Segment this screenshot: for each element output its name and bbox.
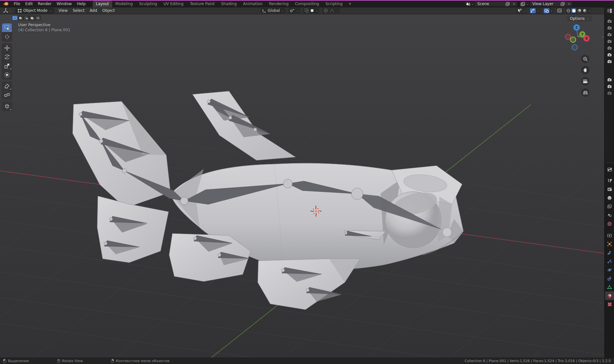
options-button[interactable]: Options ⌄ [567, 16, 592, 21]
tab-compositing[interactable]: Compositing [292, 1, 322, 7]
tool-scale[interactable] [2, 61, 12, 70]
tab-shading[interactable]: Shading [218, 1, 240, 7]
shading-material-icon[interactable] [577, 8, 581, 13]
editor-type-dropdown[interactable]: ⌄ [1, 8, 13, 13]
tool-rotate[interactable] [2, 52, 12, 61]
camera-icon[interactable] [607, 90, 612, 96]
new-scene-icon[interactable] [504, 2, 511, 6]
chevron-down-icon[interactable]: ⌄ [551, 9, 553, 12]
camera-icon[interactable] [607, 51, 612, 58]
tab-data[interactable] [605, 283, 614, 291]
tool-measure[interactable] [2, 91, 12, 99]
tool-select-box[interactable] [2, 23, 12, 32]
menu-file[interactable]: File [11, 1, 23, 7]
tab-texture-paint[interactable]: Texture Paint [187, 1, 218, 7]
falloff-curve-icon[interactable] [329, 8, 335, 13]
outliner-editor-dropdown[interactable] [605, 7, 614, 14]
tab-modifiers[interactable] [605, 248, 614, 257]
pivot-point-dropdown[interactable]: ⌄ [288, 8, 300, 13]
tool-move[interactable] [2, 44, 12, 52]
tab-world[interactable] [605, 219, 614, 228]
shading-rendered-icon[interactable] [582, 8, 587, 13]
tab-sculpting[interactable]: Sculpting [136, 1, 160, 7]
chevron-down-icon[interactable]: ⌄ [523, 9, 525, 12]
shading-wireframe-icon[interactable] [566, 8, 571, 13]
camera-icon[interactable] [607, 76, 612, 83]
tab-animation[interactable]: Animation [240, 1, 266, 7]
navigation-gizmo[interactable]: Z Y X [563, 24, 590, 55]
properties-editor-dropdown[interactable] [605, 165, 614, 174]
tab-modeling[interactable]: Modeling [112, 1, 136, 7]
blender-logo-icon[interactable] [3, 2, 9, 6]
menu-select[interactable]: Select [70, 8, 87, 13]
camera-icon[interactable] [607, 31, 612, 38]
tab-rendering[interactable]: Rendering [266, 1, 292, 7]
camera-icon[interactable] [607, 18, 612, 24]
select-mode-new-icon[interactable] [12, 16, 18, 20]
tool-add-cube[interactable] [2, 102, 12, 111]
sidebar-collapse-arrow[interactable]: ‹ [602, 35, 603, 39]
tab-scripting[interactable]: Scripting [322, 1, 346, 7]
tab-render[interactable] [605, 185, 614, 194]
tab-collection[interactable] [605, 231, 614, 240]
select-mode-intersect-icon[interactable] [35, 16, 41, 20]
gizmo-axis-y-neg[interactable] [571, 37, 576, 43]
select-mode-subtract-icon[interactable] [24, 16, 29, 20]
gizmo-axis-x-neg[interactable] [565, 34, 571, 40]
menu-help[interactable]: Help [74, 1, 88, 7]
transform-orientation-dropdown[interactable]: Global ⌄ [261, 8, 285, 13]
shading-solid-icon[interactable] [571, 8, 576, 13]
select-mode-invert-icon[interactable] [29, 16, 35, 20]
tab-material[interactable] [605, 291, 614, 300]
tab-object[interactable] [605, 240, 614, 248]
view-layer-icon[interactable]: ⌄ [520, 2, 530, 6]
camera-icon[interactable] [607, 83, 612, 90]
gizmo-axis-z-neg[interactable] [572, 45, 578, 50]
menu-add[interactable]: Add [87, 8, 100, 13]
toggle-grid-button[interactable] [581, 88, 589, 97]
view-layer-name[interactable]: View Layer [530, 2, 559, 6]
camera-view-button[interactable] [581, 77, 589, 85]
menu-edit[interactable]: Edit [23, 1, 35, 7]
camera-icon[interactable] [607, 24, 612, 31]
menu-view[interactable]: View [56, 8, 70, 13]
menu-window[interactable]: Window [54, 1, 74, 7]
tool-annotate[interactable] [2, 82, 12, 91]
tab-view-layer[interactable] [605, 202, 614, 211]
camera-icon[interactable] [607, 44, 612, 51]
mode-dropdown[interactable]: Object Mode ⌄ [15, 8, 54, 13]
add-workspace-button[interactable]: + [346, 0, 354, 7]
snap-magnet-icon[interactable] [304, 8, 309, 13]
tab-physics[interactable] [605, 265, 614, 274]
toggle-xray[interactable] [556, 8, 563, 13]
camera-icon[interactable] [607, 38, 612, 44]
camera-icon[interactable] [607, 58, 612, 65]
show-overlays-toggle[interactable]: ⌄ [543, 8, 554, 13]
pan-hand-button[interactable] [581, 66, 589, 74]
object-visibility-toggle[interactable]: ⌄ [516, 8, 526, 13]
zoom-button[interactable] [581, 55, 589, 63]
snap-target-icon[interactable] [310, 9, 314, 12]
tool-cursor[interactable] [2, 32, 12, 41]
fish-model[interactable] [73, 91, 463, 310]
tab-scene[interactable] [605, 211, 614, 219]
remove-view-layer-icon[interactable]: ✕ [566, 2, 572, 6]
unlink-scene-icon[interactable]: ✕ [511, 2, 517, 6]
chevron-down-icon[interactable]: ⌄ [537, 9, 539, 12]
scene-name[interactable]: Scene [475, 2, 504, 6]
tab-particles[interactable] [605, 257, 614, 265]
scene-icon[interactable]: ⌄ [465, 2, 475, 6]
tab-layout[interactable]: Layout [93, 1, 112, 7]
menu-render[interactable]: Render [35, 1, 54, 7]
tab-uv-editing[interactable]: UV Editing [160, 1, 187, 7]
tab-tool[interactable] [605, 176, 614, 185]
new-view-layer-icon[interactable] [559, 2, 566, 6]
viewport-3d[interactable]: User Perspective (4) Collection 6 | Plan… [0, 14, 604, 358]
show-gizmos-toggle[interactable]: ⌄ [529, 8, 540, 13]
proportional-edit-icon[interactable] [324, 8, 328, 13]
menu-object[interactable]: Object [100, 8, 117, 13]
tool-transform[interactable] [2, 70, 12, 79]
tab-constraints[interactable] [605, 274, 614, 283]
chevron-down-icon[interactable]: ⌄ [588, 9, 591, 12]
select-mode-extend-icon[interactable] [18, 16, 23, 20]
